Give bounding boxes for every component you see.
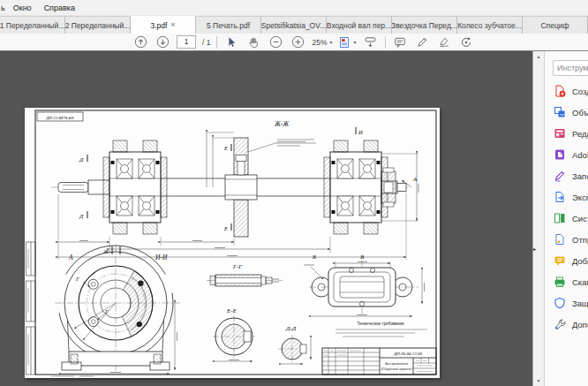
engineering-drawing: Ж-Ж Д Д Е Е И А bbox=[25, 108, 440, 378]
vertical-scrollbar[interactable]: ▲ ▼ bbox=[532, 51, 544, 386]
tool-label: Создать PDF bbox=[572, 87, 588, 96]
pencil-icon bbox=[416, 36, 428, 49]
marker-e-top: Е bbox=[223, 145, 228, 151]
scroll-down-icon[interactable]: ▼ bbox=[533, 378, 544, 383]
scroll-up-icon[interactable]: ▲ bbox=[533, 54, 544, 59]
comment-bubble-icon bbox=[394, 36, 406, 49]
arrow-up-circle-icon bbox=[134, 35, 147, 49]
menu-item-help[interactable]: Справка bbox=[38, 4, 81, 12]
tool-adobe-sign[interactable]: Adobe Sign bbox=[545, 144, 588, 165]
comment-button[interactable] bbox=[392, 34, 408, 49]
tool-fill-and-sign[interactable]: Заполнить и подписать bbox=[545, 165, 588, 186]
sign-button[interactable] bbox=[436, 34, 452, 49]
tool-more-tools[interactable]: Дополнительные инструменты bbox=[545, 314, 588, 335]
tab-document-8[interactable]: Колесо зубчатое... bbox=[457, 16, 523, 34]
send-for-signature-icon bbox=[460, 36, 472, 49]
create-pdf-icon bbox=[554, 85, 566, 97]
section-label-ee: Е-Е bbox=[226, 307, 237, 314]
tab-document-4[interactable]: 5 Печать.pdf bbox=[196, 16, 261, 34]
page-count-label: / 1 bbox=[202, 38, 210, 47]
send-file-icon bbox=[554, 233, 566, 246]
title-block-doc-type: (Сборочный чертеж) bbox=[381, 367, 413, 371]
add-comment-icon bbox=[554, 254, 566, 267]
view-arrow-a: А bbox=[412, 176, 418, 183]
tool-scan-ocr[interactable]: Сканировать и распознать bbox=[545, 271, 588, 292]
document-canvas[interactable]: Ж-Ж Д Д Е Е И А bbox=[0, 51, 532, 386]
tool-add-comment[interactable]: Добавить комментарий bbox=[545, 250, 588, 271]
arrow-down-circle-icon bbox=[156, 35, 170, 49]
pdf-page: Ж-Ж Д Д Е Е И А bbox=[25, 108, 440, 378]
tab-document-2[interactable]: 2 Переделанный... bbox=[65, 16, 131, 34]
tool-create-pdf[interactable]: Создать PDF bbox=[545, 80, 588, 102]
zoom-level-value: 25% bbox=[312, 38, 327, 47]
tool-label: Заполнить и подписать bbox=[572, 171, 588, 181]
send-for-signature-button[interactable] bbox=[458, 34, 474, 49]
signature-pen-icon bbox=[438, 36, 450, 49]
title-block-name: Вал приводной bbox=[385, 361, 409, 366]
section-label-dd: Д-Д bbox=[285, 325, 297, 332]
tab-document-6[interactable]: Входной вал пер... bbox=[327, 16, 392, 34]
view-label-a: А bbox=[68, 254, 73, 261]
zoom-in-icon bbox=[291, 35, 305, 49]
page-number-input[interactable]: 1 bbox=[177, 35, 196, 49]
tab-document-9[interactable]: Специф bbox=[523, 16, 588, 34]
tool-label: Добавить комментарий bbox=[572, 256, 588, 266]
adobe-sign-icon bbox=[554, 148, 566, 161]
acrobat-window: ь Окно Справка 1 Переделанный... 2 Перед… bbox=[0, 0, 588, 386]
tools-search-input[interactable] bbox=[553, 60, 588, 76]
marker-i: И bbox=[358, 129, 363, 135]
marker-j: Ж bbox=[102, 248, 109, 254]
next-page-button[interactable] bbox=[155, 34, 170, 49]
zoom-out-icon bbox=[269, 35, 283, 49]
tool-label: Редактировать PDF bbox=[572, 129, 588, 139]
fill-sign-pencil-icon bbox=[554, 170, 566, 182]
menu-item-clipped[interactable]: ь bbox=[0, 4, 7, 12]
marker-d-bottom: Д bbox=[79, 213, 84, 219]
zoom-in-button[interactable] bbox=[290, 34, 305, 49]
select-tool-button[interactable] bbox=[223, 34, 239, 49]
panel-collapse-handle[interactable]: ▸ bbox=[531, 238, 539, 258]
previous-page-button[interactable] bbox=[132, 34, 148, 49]
wrench-icon bbox=[554, 318, 566, 330]
tool-export-pdf[interactable]: Экспорт PDF bbox=[545, 186, 588, 208]
toolbar-divider bbox=[385, 36, 386, 49]
marker-e-bottom: Е bbox=[223, 225, 228, 231]
tool-protect[interactable]: Защитить bbox=[545, 292, 588, 314]
view-label-v: В bbox=[360, 254, 365, 261]
section-label-gg: Г-Г bbox=[232, 263, 243, 270]
tool-label: Отправить и отслеживать bbox=[572, 235, 588, 245]
chevron-down-icon: ▾ bbox=[329, 39, 332, 45]
tool-label: Объединить файлы bbox=[572, 108, 588, 117]
tab-document-1[interactable]: 1 Переделанный... bbox=[0, 16, 65, 34]
reading-mode-icon bbox=[364, 35, 377, 49]
tool-label: Сканировать и распознать bbox=[572, 277, 588, 287]
zoom-level-dropdown[interactable]: 25% ▾ bbox=[312, 38, 332, 47]
menu-item-window[interactable]: Окно bbox=[7, 4, 38, 12]
page-fit-dropdown[interactable]: ▾ bbox=[338, 36, 356, 49]
tab-document-3-active[interactable]: 3.pdf × bbox=[131, 16, 196, 34]
tool-label: Экспорт PDF bbox=[572, 193, 588, 202]
menu-bar: ь Окно Справка bbox=[0, 0, 588, 15]
tab-document-7[interactable]: Звездочка Перед... bbox=[392, 16, 457, 34]
tool-send-and-track[interactable]: Отправить и отслеживать bbox=[545, 229, 588, 250]
section-label-ii: И-И bbox=[155, 254, 168, 261]
tool-label: Защитить bbox=[572, 299, 588, 308]
tab-document-5[interactable]: Spetsifikatsia_OV... bbox=[261, 16, 327, 34]
select-arrow-icon bbox=[225, 36, 237, 49]
export-pdf-icon bbox=[554, 191, 566, 203]
tools-panel: Создать PDF Объединить файлы Редактирова… bbox=[544, 51, 588, 386]
fill-and-sign-button[interactable] bbox=[414, 34, 430, 49]
hand-tool-button[interactable] bbox=[245, 34, 261, 49]
organize-pages-icon bbox=[554, 212, 566, 224]
tool-label: Дополнительные инструменты bbox=[572, 320, 588, 329]
zoom-out-button[interactable] bbox=[268, 34, 283, 49]
tool-label: Adobe Sign bbox=[572, 150, 588, 160]
reading-mode-button[interactable] bbox=[363, 34, 379, 49]
tool-edit-pdf[interactable]: Редактировать PDF bbox=[545, 123, 588, 144]
tool-combine-files[interactable]: Объединить файлы bbox=[545, 102, 588, 123]
marker-g2: Г bbox=[104, 308, 109, 314]
tool-organize-pages[interactable]: Систематизировать страницы bbox=[545, 208, 588, 229]
tab-close-icon[interactable]: × bbox=[170, 21, 175, 29]
main-toolbar: 1 / 1 25% ▾ ▾ bbox=[0, 34, 588, 51]
corner-stamp-designation: ДП.23.ВРЧ.4Ф bbox=[45, 116, 74, 120]
